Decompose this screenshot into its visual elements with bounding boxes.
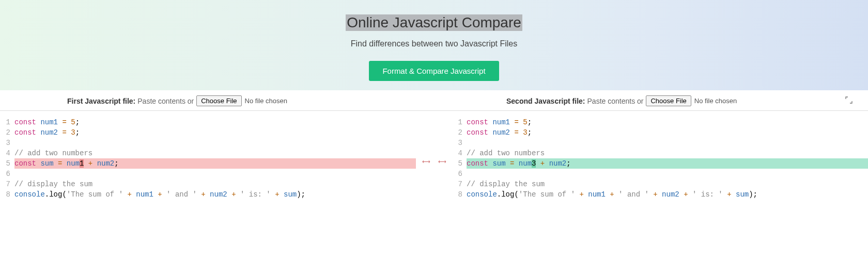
line-content <box>14 138 416 148</box>
code-line[interactable]: 5const sum = num1 + num2; <box>0 158 416 169</box>
header-section: Online Javascript Compare Find differenc… <box>0 0 868 90</box>
line-content: console.log('The sum of ' + num1 + ' and… <box>14 189 416 200</box>
line-number: 3 <box>452 138 467 148</box>
line-content <box>467 169 868 179</box>
line-number: 6 <box>452 169 467 179</box>
line-number: 1 <box>0 117 14 127</box>
code-line[interactable]: 6 <box>0 169 416 179</box>
line-number: 8 <box>452 189 467 200</box>
code-line[interactable]: 1const num1 = 5; <box>452 117 868 127</box>
code-line[interactable]: 7// display the sum <box>452 179 868 189</box>
choose-file-button-right[interactable]: Choose File <box>646 95 691 106</box>
line-content: const sum = num3 + num2; <box>467 158 868 169</box>
line-number: 2 <box>0 127 14 138</box>
code-line[interactable]: 4// add two numbers <box>452 148 868 158</box>
line-content: // display the sum <box>14 179 416 189</box>
line-content: const num1 = 5; <box>467 117 868 127</box>
diff-container: 1const num1 = 5; 2const num2 = 3; 34// a… <box>0 111 868 200</box>
code-panel-right[interactable]: 1const num1 = 5; 2const num2 = 3; 34// a… <box>452 111 868 200</box>
line-content: const num1 = 5; <box>14 117 416 127</box>
code-line[interactable]: 3 <box>0 138 416 148</box>
expand-icon[interactable] <box>845 96 853 106</box>
page-subtitle: Find differences between two Javascript … <box>0 39 868 48</box>
line-number: 1 <box>452 117 467 127</box>
diff-gutter: ⟷ ⟷ <box>416 111 452 200</box>
file-label-left: First Javascript file: <box>67 97 135 105</box>
line-number: 7 <box>0 179 14 189</box>
file-section-left: First Javascript file: Paste contents or… <box>0 95 429 106</box>
diff-marker-icon: ⟷ ⟷ <box>416 158 452 165</box>
line-content: const num2 = 3; <box>14 127 416 138</box>
line-number: 4 <box>0 148 14 158</box>
line-content: console.log('The sum of ' + num1 + ' and… <box>467 189 868 200</box>
code-line[interactable]: 1const num1 = 5; <box>0 117 416 127</box>
compare-button[interactable]: Format & Compare Javascript <box>369 61 499 81</box>
line-number: 4 <box>452 148 467 158</box>
choose-file-button-left[interactable]: Choose File <box>196 95 241 106</box>
no-file-left: No file chosen <box>245 97 287 105</box>
code-line[interactable]: 2const num2 = 3; <box>0 127 416 138</box>
file-instruction-right: Paste contents or <box>587 97 644 105</box>
code-line[interactable]: 8console.log('The sum of ' + num1 + ' an… <box>452 189 868 200</box>
line-content <box>467 138 868 148</box>
file-section-right: Second Javascript file: Paste contents o… <box>429 95 868 106</box>
code-line[interactable]: 5const sum = num3 + num2; <box>452 158 868 169</box>
line-content: // add two numbers <box>467 148 868 158</box>
line-content: const sum = num1 + num2; <box>14 158 416 169</box>
file-bar: First Javascript file: Paste contents or… <box>0 90 868 111</box>
line-number: 3 <box>0 138 14 148</box>
code-line[interactable]: 7// display the sum <box>0 179 416 189</box>
line-content: // add two numbers <box>14 148 416 158</box>
line-content: // display the sum <box>467 179 868 189</box>
code-line[interactable]: 6 <box>452 169 868 179</box>
line-number: 8 <box>0 189 14 200</box>
line-content <box>14 169 416 179</box>
line-number: 5 <box>452 158 467 169</box>
code-line[interactable]: 3 <box>452 138 868 148</box>
code-line[interactable]: 2const num2 = 3; <box>452 127 868 138</box>
page-title: Online Javascript Compare <box>346 14 522 31</box>
code-line[interactable]: 4// add two numbers <box>0 148 416 158</box>
code-line[interactable]: 8console.log('The sum of ' + num1 + ' an… <box>0 189 416 200</box>
line-number: 2 <box>452 127 467 138</box>
file-instruction-left: Paste contents or <box>137 97 194 105</box>
no-file-right: No file chosen <box>694 97 737 105</box>
code-panel-left[interactable]: 1const num1 = 5; 2const num2 = 3; 34// a… <box>0 111 416 200</box>
line-number: 5 <box>0 158 14 169</box>
line-number: 6 <box>0 169 14 179</box>
line-number: 7 <box>452 179 467 189</box>
file-label-right: Second Javascript file: <box>506 97 585 105</box>
line-content: const num2 = 3; <box>467 127 868 138</box>
